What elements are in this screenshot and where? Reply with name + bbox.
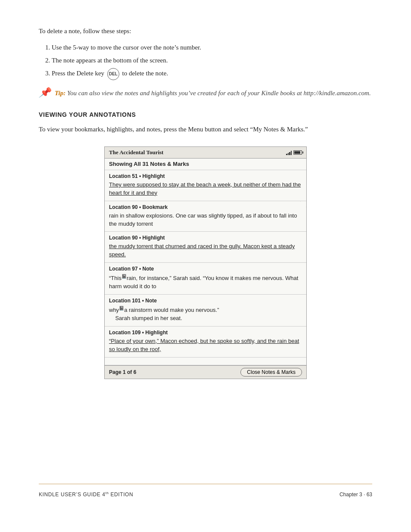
signal-bar-4 bbox=[291, 151, 292, 155]
empty-row bbox=[105, 358, 306, 365]
signal-bar-2 bbox=[288, 153, 289, 155]
kindle-entry-5: Location 109 • Highlight “Place of your … bbox=[105, 327, 306, 358]
entry-label-2: Location 90 • Highlight bbox=[109, 235, 302, 241]
step-1: Use the 5-way to move the cursor over th… bbox=[52, 42, 372, 53]
page: To delete a note, follow these steps: Us… bbox=[0, 0, 411, 532]
kindle-entry-2: Location 90 • Highlight the muddy torren… bbox=[105, 232, 306, 263]
kindle-entry-0: Location 51 • Highlight They were suppos… bbox=[105, 170, 306, 201]
kindle-titlebar: The Accidental Tourist bbox=[105, 147, 306, 159]
kindle-entry-1: Location 90 • Bookmark rain in shallow e… bbox=[105, 201, 306, 232]
note-inline-icon-3: 📓 bbox=[121, 274, 127, 280]
tip-block: 📌 Tip: You can also view the notes and h… bbox=[39, 88, 372, 98]
entry-label-5: Location 109 • Highlight bbox=[109, 330, 302, 336]
kindle-entry-3: Location 97 • Note “This📓rain, for insta… bbox=[105, 263, 306, 295]
kindle-subheader: Showing All 31 Notes & Marks bbox=[105, 159, 306, 170]
signal-icon bbox=[286, 150, 292, 155]
entry-label-0: Location 51 • Highlight bbox=[109, 173, 302, 179]
viewing-para: To view your bookmarks, highlights, and … bbox=[39, 124, 372, 134]
entry-text-4: why📓a rainstorm would make you nervous.”… bbox=[109, 305, 302, 323]
entry-text-5: “Place of your own,” Macon echoed, but h… bbox=[109, 337, 302, 354]
step-3: Press the Delete key DEL to delete the n… bbox=[52, 68, 372, 80]
kindle-footer: Page 1 of 6 Close Notes & Marks bbox=[105, 365, 306, 379]
section-heading: VIEWING YOUR ANNOTATIONS bbox=[39, 111, 372, 118]
footer-right: Chapter 3 · 63 bbox=[339, 492, 372, 498]
del-key-icon: DEL bbox=[107, 68, 119, 80]
signal-bar-3 bbox=[289, 152, 290, 155]
tip-label: Tip: bbox=[55, 90, 65, 96]
signal-bar-1 bbox=[286, 154, 287, 155]
entry-text-0: They were supposed to stay at the beach … bbox=[109, 181, 302, 197]
battery-fill bbox=[294, 151, 300, 154]
battery-icon bbox=[293, 150, 302, 155]
step-2: The note appears at the bottom of the sc… bbox=[52, 55, 372, 65]
entry-text-1: rain in shallow explosions. One car was … bbox=[109, 212, 302, 228]
close-notes-button[interactable]: Close Notes & Marks bbox=[240, 368, 302, 376]
entry-text-2: the muddy torrent that churned and raced… bbox=[109, 243, 302, 259]
tip-text: Tip: You can also view the notes and hig… bbox=[55, 88, 371, 98]
content-area: To delete a note, follow these steps: Us… bbox=[39, 26, 372, 484]
kindle-mockup: The Accidental Tourist Showing All 31 No… bbox=[104, 146, 307, 379]
page-footer: KINDLE USER’S GUIDE 4th EDITION Chapter … bbox=[39, 484, 372, 498]
kindle-book-title: The Accidental Tourist bbox=[109, 149, 163, 156]
entry-label-4: Location 101 • Note bbox=[109, 298, 302, 304]
intro-text: To delete a note, follow these steps: bbox=[39, 26, 372, 36]
footer-left: KINDLE USER’S GUIDE 4th EDITION bbox=[39, 491, 133, 498]
kindle-entry-4: Location 101 • Note why📓a rainstorm woul… bbox=[105, 295, 306, 327]
entry-label-3: Location 97 • Note bbox=[109, 266, 302, 272]
note-inline-icon-4: 📓 bbox=[119, 305, 124, 312]
entry-text-3: “This📓rain, for instance,” Sarah said. “… bbox=[109, 274, 302, 291]
entry-label-1: Location 90 • Bookmark bbox=[109, 204, 302, 210]
tip-pin-icon: 📌 bbox=[39, 87, 50, 98]
kindle-page-label: Page 1 of 6 bbox=[109, 369, 136, 375]
steps-list: Use the 5-way to move the cursor over th… bbox=[52, 42, 372, 80]
kindle-status-icons bbox=[286, 150, 302, 155]
